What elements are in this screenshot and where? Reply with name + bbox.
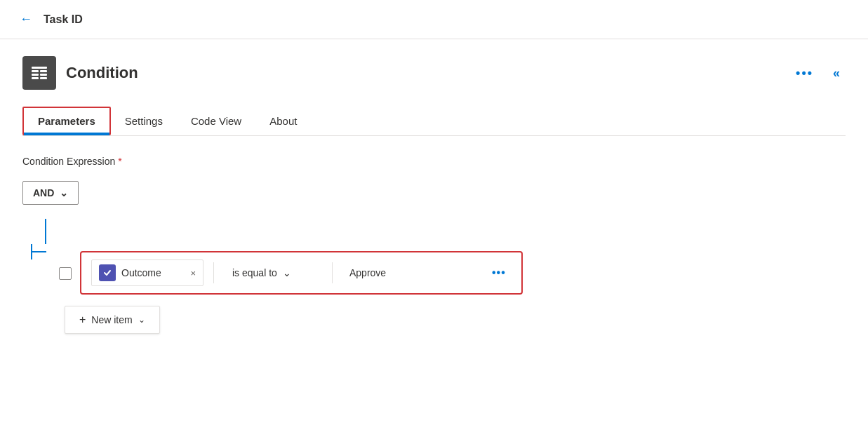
outcome-close-button[interactable]: ×: [190, 269, 196, 278]
condition-svg-icon: [30, 64, 48, 82]
new-item-button[interactable]: + New item ⌄: [65, 306, 160, 334]
svg-rect-4: [40, 74, 47, 76]
svg-rect-2: [40, 70, 47, 72]
svg-rect-3: [32, 74, 39, 76]
component-actions: ••• «: [790, 63, 846, 83]
component-header: Condition ••• «: [22, 56, 846, 90]
and-label: AND: [33, 187, 54, 198]
outcome-icon: [99, 264, 116, 281]
outcome-svg: [102, 267, 113, 278]
tab-code-view[interactable]: Code View: [177, 108, 255, 134]
component-ellipsis-button[interactable]: •••: [790, 63, 819, 83]
header: ← Task ID: [0, 0, 868, 39]
new-item-area: + New item ⌄: [65, 306, 846, 334]
page-title: Task ID: [44, 13, 83, 26]
svg-rect-6: [40, 77, 47, 79]
connector-lines: [31, 219, 59, 259]
new-item-plus-icon: +: [79, 313, 86, 326]
required-indicator: *: [118, 156, 121, 167]
section-label: Condition Expression *: [22, 156, 846, 167]
svg-rect-5: [32, 77, 39, 79]
component-collapse-button[interactable]: «: [827, 63, 846, 83]
condition-icon: [22, 56, 56, 90]
and-dropdown[interactable]: AND ⌄: [22, 181, 79, 205]
back-icon: ←: [20, 12, 32, 27]
and-chevron-icon: ⌄: [60, 187, 68, 198]
operator-dropdown[interactable]: is equal to ⌄: [224, 262, 322, 284]
new-item-chevron-icon: ⌄: [138, 315, 145, 325]
outcome-tag: Outcome ×: [91, 259, 203, 286]
tab-about[interactable]: About: [255, 108, 311, 134]
new-item-label: New item: [91, 314, 132, 325]
operator-label: is equal to: [232, 267, 277, 278]
row-checkbox[interactable]: [59, 267, 72, 280]
vertical-line: [45, 219, 46, 244]
tab-settings[interactable]: Settings: [111, 108, 177, 134]
condition-area: Outcome × is equal to ⌄ •••: [31, 219, 846, 295]
svg-rect-0: [32, 67, 47, 69]
value-input[interactable]: [342, 262, 479, 284]
component-title: Condition: [66, 64, 138, 82]
horizontal-connector: [31, 244, 59, 259]
component-left: Condition: [22, 56, 138, 90]
h-line: [32, 251, 46, 252]
svg-rect-1: [32, 70, 39, 72]
tab-parameters[interactable]: Parameters: [22, 107, 111, 135]
back-button[interactable]: ←: [17, 9, 35, 29]
outcome-label: Outcome: [121, 267, 185, 278]
tabs-bar: Parameters Settings Code View About: [22, 107, 846, 136]
condition-row-box: Outcome × is equal to ⌄ •••: [80, 251, 523, 295]
condition-row-wrapper: Outcome × is equal to ⌄ •••: [59, 251, 523, 295]
main-content: Condition ••• « Parameters Settings Code…: [0, 39, 868, 351]
tag-separator: [213, 262, 214, 283]
operator-chevron-icon: ⌄: [283, 267, 291, 278]
row-ellipsis-button[interactable]: •••: [486, 264, 512, 282]
value-separator: [332, 262, 333, 283]
